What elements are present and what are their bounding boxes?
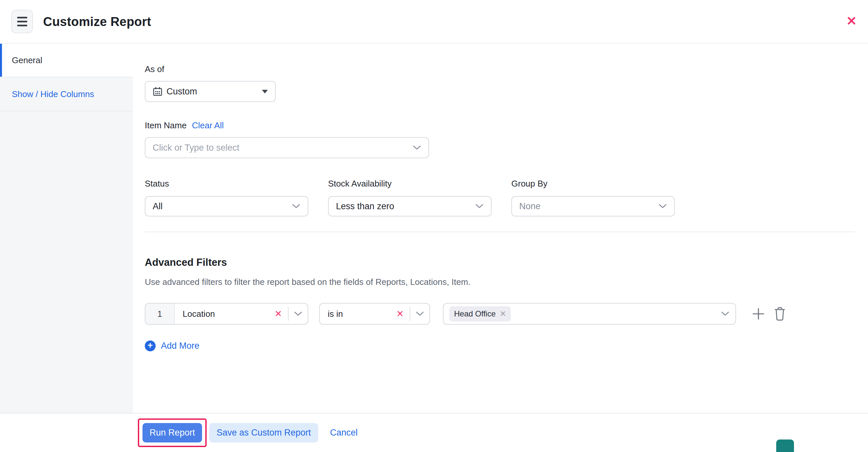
filter-operator-select[interactable]: is in ✕ <box>319 303 430 325</box>
sidebar-item-show-hide-columns[interactable]: Show / Hide Columns <box>0 77 133 111</box>
status-select[interactable]: All <box>145 196 308 217</box>
value-tag-label: Head Office <box>454 309 496 318</box>
stock-availability-value: Less than zero <box>336 201 394 212</box>
chevron-down-icon[interactable] <box>410 311 429 317</box>
sidebar-item-general[interactable]: General <box>0 44 133 77</box>
clear-all-link[interactable]: Clear All <box>192 120 224 131</box>
item-name-label: Item Name <box>145 120 187 131</box>
as-of-value: Custom <box>166 87 197 97</box>
sidebar: General Show / Hide Columns <box>0 44 133 413</box>
advanced-filters-title: Advanced Filters <box>145 257 855 268</box>
status-label: Status <box>145 179 308 189</box>
chevron-down-icon <box>475 204 484 209</box>
filter-operator-value: is in <box>328 309 343 319</box>
hamburger-menu-button[interactable] <box>11 10 33 33</box>
caret-down-icon <box>262 90 268 93</box>
section-divider <box>145 232 855 232</box>
stock-availability-select[interactable]: Less than zero <box>328 196 492 217</box>
chevron-down-icon <box>292 204 301 209</box>
chevron-down-icon <box>658 204 667 209</box>
cancel-button[interactable]: Cancel <box>330 428 358 438</box>
filter-row-number: 1 <box>146 304 175 324</box>
group-by-value: None <box>519 201 540 212</box>
calendar-icon <box>153 87 162 96</box>
as-of-label: As of <box>145 64 855 74</box>
tag-remove-icon[interactable]: ✕ <box>499 309 506 318</box>
chevron-down-icon <box>413 145 421 150</box>
page-title: Customize Report <box>43 14 151 29</box>
filter-values-select[interactable]: Head Office ✕ <box>443 303 736 325</box>
run-report-highlight-annotation: Run Report <box>138 418 207 447</box>
plus-icon <box>752 307 765 320</box>
advanced-filters-description: Use advanced filters to filter the repor… <box>145 277 855 287</box>
filter-field-select[interactable]: 1 Location ✕ <box>145 303 308 325</box>
item-name-select[interactable]: Click or Type to select <box>145 137 429 158</box>
chevron-down-icon <box>721 311 730 317</box>
trash-icon <box>774 306 786 321</box>
add-more-label: Add More <box>161 341 199 351</box>
add-filter-row-button[interactable] <box>752 307 765 320</box>
add-more-button[interactable]: + Add More <box>145 341 855 351</box>
sidebar-item-label: Show / Hide Columns <box>12 89 94 99</box>
filter-field-value: Location <box>183 309 215 319</box>
chat-widget[interactable] <box>776 440 794 452</box>
add-more-icon: + <box>145 341 156 351</box>
chevron-down-icon[interactable] <box>288 311 308 317</box>
clear-field-icon[interactable]: ✕ <box>274 309 282 319</box>
group-by-label: Group By <box>511 179 675 189</box>
sidebar-item-label: General <box>12 55 42 65</box>
customize-report-dialog: Customize Report ✕ General Show / Hide C… <box>0 0 868 452</box>
value-tag: Head Office ✕ <box>450 306 511 321</box>
main-content: As of Custom Item Name Clear All Click <box>133 44 868 413</box>
filter-row: 1 Location ✕ is in ✕ Head <box>145 303 855 325</box>
status-value: All <box>153 201 162 212</box>
close-icon[interactable]: ✕ <box>844 13 860 29</box>
clear-operator-icon[interactable]: ✕ <box>396 309 404 319</box>
delete-filter-row-button[interactable] <box>774 306 786 321</box>
as-of-select[interactable]: Custom <box>145 81 276 102</box>
run-report-button[interactable]: Run Report <box>143 423 202 443</box>
item-name-placeholder: Click or Type to select <box>153 143 240 153</box>
save-as-custom-report-button[interactable]: Save as Custom Report <box>209 423 318 443</box>
stock-availability-label: Stock Availability <box>328 179 492 189</box>
dialog-header: Customize Report ✕ <box>0 0 868 44</box>
footer-bar: Run Report Save as Custom Report Cancel <box>0 413 868 452</box>
group-by-select[interactable]: None <box>511 196 675 217</box>
hamburger-icon <box>17 17 27 19</box>
